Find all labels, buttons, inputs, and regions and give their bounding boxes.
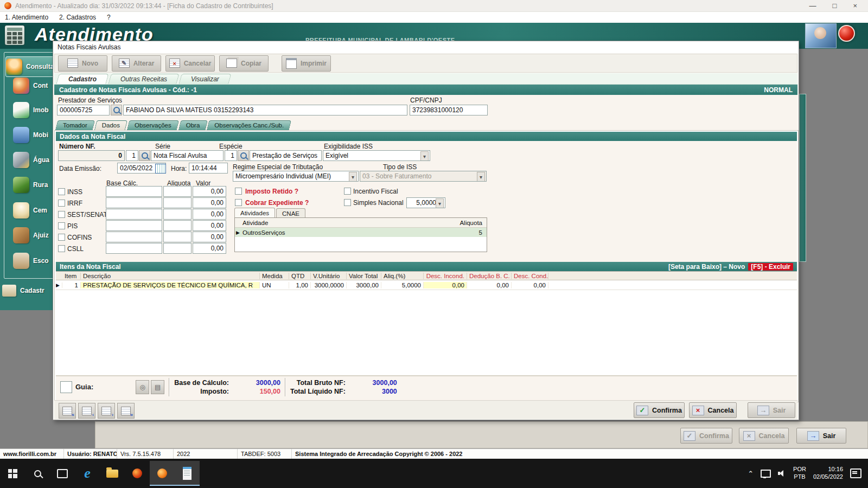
close-button[interactable]: × — [853, 2, 857, 10]
tab-outras-receitas[interactable]: Outras Receitas — [110, 74, 178, 84]
sidebar-item-agua[interactable]: Água — [13, 150, 53, 170]
start-button[interactable] — [0, 461, 25, 486]
taskbar-search-button[interactable] — [25, 461, 50, 486]
menu-help[interactable]: ? — [107, 14, 111, 21]
hora-input[interactable]: 10:14:44 — [189, 163, 228, 174]
novo-button[interactable]: Novo — [58, 55, 107, 72]
imprimir-button[interactable]: Imprimir — [282, 55, 331, 72]
cancelar-button[interactable]: × Cancelar — [165, 55, 215, 72]
tab-dados[interactable]: Dados — [95, 120, 126, 130]
pis-aliq-input[interactable] — [163, 220, 192, 231]
cpf-input[interactable]: 37239831000120 — [410, 105, 488, 115]
sidebar-item-cadastro[interactable]: Cadastr — [2, 281, 53, 300]
atividade-row[interactable]: ▶ OutrosServiços 5 — [235, 228, 487, 237]
csll-base-input[interactable] — [106, 243, 162, 254]
especie-desc-input[interactable]: Prestação de Serviços — [250, 150, 322, 161]
clock[interactable]: 10:1602/05/2022 — [813, 466, 843, 481]
cofins-aliq-input[interactable] — [163, 232, 192, 242]
cobrar-expediente-checkbox[interactable] — [235, 199, 242, 206]
power-button[interactable] — [838, 25, 855, 42]
numero-input[interactable]: 0 — [58, 150, 125, 161]
print-guia-button[interactable]: ▤ — [151, 380, 164, 394]
nav-last-button[interactable]: » — [117, 403, 135, 419]
cofins-valor-input[interactable]: 0,00 — [193, 232, 226, 242]
irrf-valor-input[interactable]: 0,00 — [193, 197, 226, 208]
menu-cadastros[interactable]: 2. Cadastros — [59, 14, 96, 21]
incentivo-checkbox[interactable] — [344, 188, 351, 195]
csll-checkbox[interactable] — [58, 245, 65, 252]
prestador-code-input[interactable]: 000005725 — [57, 105, 110, 115]
outer-cancela-button[interactable]: × Cancela — [739, 428, 789, 444]
tab-atividades[interactable]: Atividades — [234, 208, 275, 218]
copiar-button[interactable]: Copiar — [219, 55, 269, 72]
cancela-button[interactable]: × Cancela — [689, 402, 737, 418]
nav-prev-button[interactable]: ‹ — [78, 403, 95, 419]
alterar-button[interactable]: ✎ Alterar — [112, 55, 161, 72]
sidebar-item-rural[interactable]: Rura — [13, 175, 53, 195]
outer-confirma-button[interactable]: ✓ Confirma — [680, 428, 732, 444]
irrf-base-input[interactable] — [106, 197, 162, 208]
tab-cadastro[interactable]: Cadastro — [58, 74, 107, 84]
csll-aliq-input[interactable] — [163, 243, 192, 254]
inss-aliq-input[interactable] — [163, 186, 192, 197]
sidebar-item-escolar[interactable]: Esco — [13, 251, 53, 271]
cofins-checkbox[interactable] — [58, 234, 65, 241]
irrf-aliq-input[interactable] — [163, 197, 192, 208]
app-shortcut-1[interactable] — [125, 461, 150, 486]
simples-aliq-select[interactable]: 5,0000 — [406, 197, 445, 208]
sest-aliq-input[interactable] — [163, 209, 192, 220]
especie-search-button[interactable] — [238, 150, 249, 161]
especie-input[interactable]: 1 — [225, 150, 237, 161]
menu-atendimento[interactable]: 1. Atendimento — [5, 14, 48, 21]
app-shortcut-2[interactable] — [150, 461, 175, 486]
tab-observacoes-canc[interactable]: Observações Canc./Sub. — [208, 120, 290, 130]
serie-desc-input[interactable]: Nota Fiscal Avulsa — [151, 150, 224, 161]
sidebar-item-contribuintes[interactable]: Cont — [13, 76, 53, 95]
pis-checkbox[interactable] — [58, 222, 65, 229]
sest-base-input[interactable] — [106, 209, 162, 220]
network-icon[interactable] — [761, 470, 771, 478]
sidebar-item-mobiliario[interactable]: Mobi — [13, 125, 53, 145]
sair-button[interactable]: → Sair — [748, 402, 795, 418]
sidebar-item-imobiliario[interactable]: Imob — [13, 100, 53, 120]
tab-cnae[interactable]: CNAE — [276, 208, 305, 218]
sest-valor-input[interactable]: 0,00 — [193, 209, 226, 220]
language-indicator[interactable]: PORPTB — [793, 466, 806, 481]
outer-sair-button[interactable]: → Sair — [796, 428, 846, 444]
sest-checkbox[interactable] — [58, 211, 65, 218]
tab-visualizar[interactable]: Visualizar — [180, 74, 230, 84]
simples-checkbox[interactable] — [344, 199, 351, 206]
cofins-base-input[interactable] — [106, 232, 162, 242]
serie-search-button[interactable] — [139, 150, 150, 161]
prestador-search-button[interactable] — [111, 105, 122, 115]
notification-icon[interactable] — [850, 468, 861, 478]
file-explorer-button[interactable] — [100, 461, 125, 486]
tab-obra[interactable]: Obra — [180, 120, 207, 130]
confirma-button[interactable]: ✓ Confirma — [634, 402, 685, 418]
imposto-retido-checkbox[interactable] — [235, 188, 242, 195]
inss-base-input[interactable] — [106, 186, 162, 197]
notepad-button[interactable] — [175, 461, 200, 486]
tab-observacoes[interactable]: Observações — [128, 120, 178, 130]
exigibilidade-select[interactable]: Exigível — [323, 150, 430, 161]
edge-button[interactable]: e — [75, 461, 100, 486]
regime-select[interactable]: Microempresário Individual (MEI) — [233, 171, 359, 182]
inss-valor-input[interactable]: 0,00 — [193, 186, 226, 197]
sidebar-item-consulta[interactable]: Consulta — [5, 56, 53, 77]
pis-valor-input[interactable]: 0,00 — [193, 220, 226, 231]
sidebar-item-ajuizamento[interactable]: Ajuiz — [13, 226, 53, 245]
pis-base-input[interactable] — [106, 220, 162, 231]
tray-expand-icon[interactable]: ⌃ — [748, 470, 754, 478]
nav-first-button[interactable]: « — [59, 403, 76, 419]
inss-checkbox[interactable] — [58, 188, 65, 195]
tab-tomador[interactable]: Tomador — [56, 120, 94, 130]
serie-input[interactable]: 1 — [126, 150, 138, 161]
minimize-button[interactable]: — — [809, 2, 816, 10]
maximize-button[interactable]: □ — [833, 2, 837, 10]
guia-checkbox[interactable] — [60, 381, 72, 393]
preview-guia-button[interactable]: ◎ — [136, 380, 149, 394]
item-row[interactable]: ▶ 1 PRESTAÇÃO DE SERVIÇOS DE TÉCNICO EM … — [56, 280, 797, 290]
calendar-icon[interactable] — [155, 164, 166, 174]
csll-valor-input[interactable]: 0,00 — [193, 243, 226, 254]
sidebar-item-cemiterio[interactable]: Cem — [13, 201, 53, 220]
